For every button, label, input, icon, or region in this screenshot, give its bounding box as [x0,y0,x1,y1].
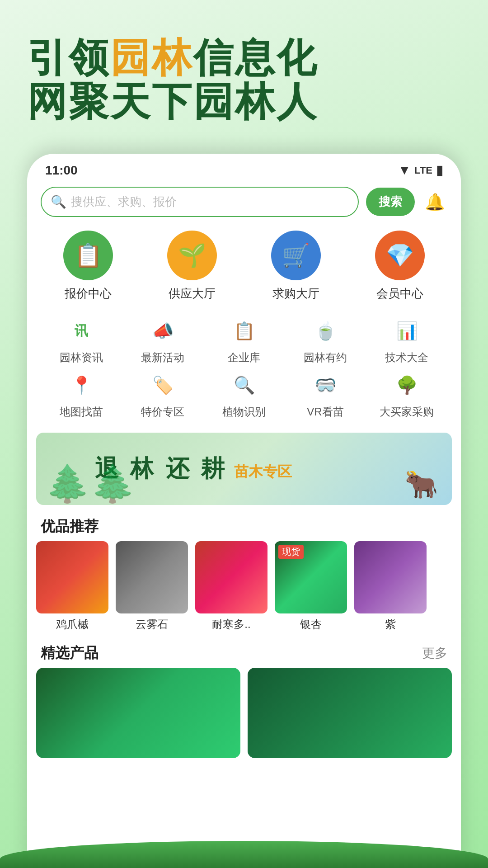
ditu-zhao-miao-label: 地图找苗 [60,405,103,419]
hero-line1-suffix: 信息化 [193,35,318,80]
selected-section-header: 精选产品 更多 [27,636,461,668]
search-bar-row: 🔍 搜供应、求购、报价 搜索 🔔 [27,182,461,226]
gongying-icon: 🌱 [178,242,206,269]
product-label-jijiaoji: 鸡爪槭 [56,617,89,632]
hero-line1-highlight: 园林 [110,35,193,80]
recommend-product-scroll[interactable]: 鸡爪槭 云雾石 耐寒多.. 现货 银杏 紫 [27,541,461,636]
main-icon-qiugou[interactable]: 🛒 求购大厅 [255,231,337,302]
search-button[interactable]: 搜索 [366,188,415,216]
product-label-naihan: 耐寒多.. [212,617,250,632]
qiye-ku-label: 企业库 [228,350,260,365]
hero-line1: 引领园林信息化 [27,36,461,80]
qiye-ku-icon: 📋 [228,315,260,347]
huiyuan-label: 会员中心 [376,286,423,302]
yuanlin-youyue-icon: 🍵 [310,315,341,347]
selected-product-2[interactable] [248,668,452,758]
sub-icon-jishu-daquan[interactable]: 📊 技术大全 [366,315,447,365]
main-icons-section: 📋 报价中心 🌱 供应大厅 🛒 求购大厅 💎 会员中心 [27,226,461,311]
yuanlin-zixun-icon: 讯 [66,315,97,347]
damaijia-caigou-icon: 🌳 [391,369,422,401]
main-icon-gongying[interactable]: 🌱 供应大厅 [151,231,233,302]
promo-banner[interactable]: 🌲🌲 退 林 还 耕 苗木专区 🐂 [36,433,452,505]
tejia-zhuanqu-label: 特价专区 [141,405,184,419]
sub-icon-damaijia-caigou[interactable]: 🌳 大买家采购 [366,369,447,419]
recommend-section-header: 优品推荐 [27,509,461,541]
sub-icon-ditu-zhao-miao[interactable]: 📍 地图找苗 [41,369,122,419]
yuanlin-zixun-label: 园林资讯 [60,350,103,365]
product-img-yunwushi [116,541,188,613]
selected-product-1[interactable] [36,668,240,758]
selected-products-row [27,668,461,758]
sub-icon-vr-kan-miao[interactable]: 🥽 VR看苗 [285,369,366,419]
huiyuan-icon: 💎 [386,242,414,269]
hero-line1-prefix: 引领 [27,35,110,80]
status-bar: 11:00 ▼ LTE ▮ [27,154,461,182]
product-card-jijiaoji[interactable]: 鸡爪槭 [36,541,108,632]
main-icon-huiyuan[interactable]: 💎 会员中心 [359,231,441,302]
product-img-zi [354,541,427,613]
huiyuan-icon-circle: 💎 [375,231,425,280]
sub-icon-tejia-zhuanqu[interactable]: 🏷️ 特价专区 [122,369,203,419]
product-img-yinxing: 现货 [275,541,347,613]
wifi-icon: ▼ [398,163,411,178]
ditu-zhao-miao-icon: 📍 [66,369,97,401]
qiugou-label: 求购大厅 [272,286,319,302]
product-label-zi: 紫 [385,617,396,632]
search-placeholder-text: 搜供应、求购、报价 [71,194,349,210]
selected-more-link[interactable]: 更多 [422,645,447,662]
baojia-icon-circle: 📋 [63,231,113,280]
product-img-naihan [195,541,267,613]
notification-bell-icon[interactable]: 🔔 [422,189,447,215]
zuixin-huodong-icon: 📣 [147,315,178,347]
zuixin-huodong-label: 最新活动 [141,350,184,365]
product-card-naihan[interactable]: 耐寒多.. [195,541,267,632]
sub-icons-section: 讯 园林资讯 📣 最新活动 📋 企业库 🍵 园林有约 📊 技术大全 📍 [27,311,461,428]
product-label-yinxing: 银杏 [300,617,322,632]
recommend-title: 优品推荐 [41,517,99,537]
product-card-zi[interactable]: 紫 [354,541,427,632]
sub-icon-qiye-ku[interactable]: 📋 企业库 [203,315,285,365]
yuanlin-youyue-label: 园林有约 [304,350,347,365]
hero-line2: 网聚天下园林人 [27,80,461,124]
qiugou-icon: 🛒 [282,242,310,269]
battery-icon: ▮ [436,163,443,178]
sub-icon-zuixin-huodong[interactable]: 📣 最新活动 [122,315,203,365]
banner-decoration: 🌲🌲 [45,462,136,505]
baojia-icon: 📋 [74,242,102,269]
product-card-yunwushi[interactable]: 云雾石 [116,541,188,632]
sub-icon-yuanlin-zixun[interactable]: 讯 园林资讯 [41,315,122,365]
jishu-daquan-label: 技术大全 [385,350,428,365]
status-time: 11:00 [45,163,78,178]
phone-frame: 11:00 ▼ LTE ▮ 🔍 搜供应、求购、报价 搜索 🔔 📋 报价中心 🌱 … [27,154,461,868]
main-icon-baojia[interactable]: 📋 报价中心 [47,231,129,302]
sub-icon-zhiwu-shibie[interactable]: 🔍 植物识别 [203,369,285,419]
search-input-wrap[interactable]: 🔍 搜供应、求购、报价 [41,187,359,217]
selected-title: 精选产品 [41,643,99,663]
vr-kan-miao-icon: 🥽 [310,369,341,401]
search-icon: 🔍 [51,194,66,209]
tejia-zhuanqu-icon: 🏷️ [147,369,178,401]
status-icons: ▼ LTE ▮ [398,163,443,178]
zhiwu-shibie-label: 植物识别 [222,405,266,419]
product-img-jijiaoji [36,541,108,613]
damaijia-caigou-label: 大买家采购 [380,405,434,419]
hero-section: 引领园林信息化 网聚天下园林人 [0,0,488,142]
baojia-label: 报价中心 [65,286,112,302]
product-label-yunwushi: 云雾石 [136,617,168,632]
lte-label: LTE [414,165,432,176]
gongying-icon-circle: 🌱 [167,231,217,280]
gongying-label: 供应大厅 [169,286,216,302]
banner-animal-icon: 🐂 [404,468,438,500]
product-card-yinxing[interactable]: 现货 银杏 [275,541,347,632]
zhiwu-shibie-icon: 🔍 [228,369,260,401]
hot-badge-yinxing: 现货 [278,545,304,559]
sub-icons-row1: 讯 园林资讯 📣 最新活动 📋 企业库 🍵 园林有约 📊 技术大全 [41,315,447,365]
vr-kan-miao-label: VR看苗 [307,405,343,419]
sub-icon-yuanlin-youyue[interactable]: 🍵 园林有约 [285,315,366,365]
sub-icons-row2: 📍 地图找苗 🏷️ 特价专区 🔍 植物识别 🥽 VR看苗 🌳 大买家采购 [41,369,447,419]
banner-sub-text: 苗木专区 [234,463,292,480]
qiugou-icon-circle: 🛒 [271,231,321,280]
jishu-daquan-icon: 📊 [391,315,422,347]
